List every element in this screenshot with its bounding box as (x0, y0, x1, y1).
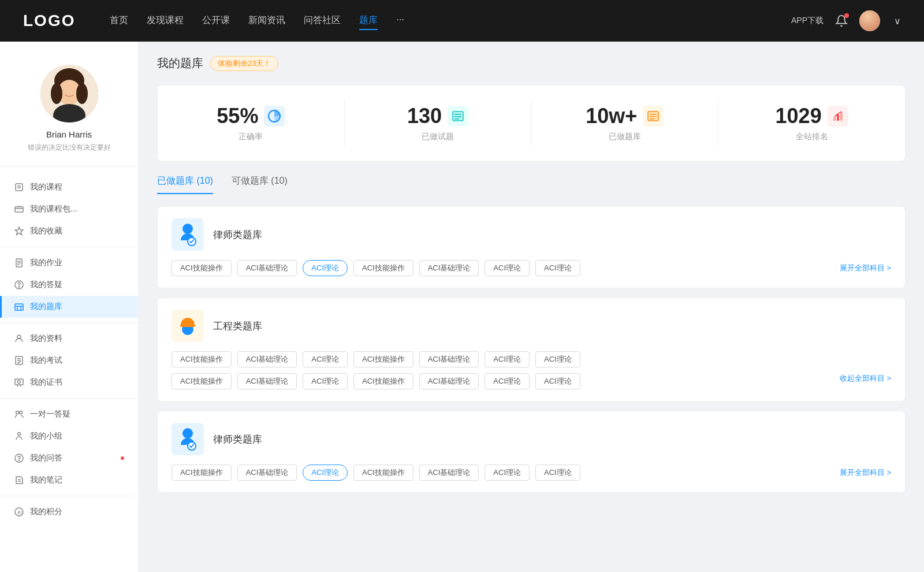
user-avatar[interactable] (859, 10, 880, 31)
tag-2-7[interactable]: ACI理论 (535, 351, 580, 367)
tag-1-5[interactable]: ACI基础理论 (419, 260, 479, 276)
nav-qa-community[interactable]: 问答社区 (304, 12, 341, 30)
svg-rect-9 (15, 207, 23, 212)
star-icon (14, 226, 24, 236)
tag-3-3[interactable]: ACI理论 (303, 465, 348, 481)
tag-1-7[interactable]: ACI理论 (535, 260, 580, 276)
tag-2-2[interactable]: ACI基础理论 (237, 351, 297, 367)
svg-marker-10 (15, 227, 23, 235)
sidebar-item-my-courses[interactable]: 我的课程 (0, 176, 138, 198)
nav-more[interactable]: ··· (396, 12, 404, 30)
sidebar-item-exams[interactable]: 我的考试 (0, 350, 138, 372)
menu-divider-4 (0, 496, 138, 496)
logo: LOGO (23, 12, 75, 30)
sidebar-item-one-on-one[interactable]: 一对一答疑 (0, 403, 138, 425)
accuracy-icon (264, 106, 285, 127)
tab-done-banks[interactable]: 已做题库 (10) (157, 175, 213, 194)
tag-1-1[interactable]: ACI技能操作 (172, 260, 232, 276)
svg-rect-48 (837, 114, 839, 121)
lawyer-bank-icon-2 (172, 423, 204, 455)
sidebar-item-homework[interactable]: 我的作业 (0, 252, 138, 274)
svg-rect-25 (15, 379, 23, 385)
nav-home[interactable]: 首页 (110, 12, 128, 30)
svg-rect-47 (833, 117, 836, 121)
tag-1-3[interactable]: ACI理论 (303, 260, 348, 276)
tag-3-4[interactable]: ACI技能操作 (353, 465, 413, 481)
group-icon (14, 431, 24, 441)
tag-3-6[interactable]: ACI理论 (485, 465, 530, 481)
profile-motto: 错误的决定比没有决定要好 (28, 143, 111, 153)
trial-badge: 体验剩余23天！ (210, 56, 278, 71)
sidebar-item-my-qa[interactable]: 我的答疑 (0, 274, 138, 296)
sidebar-label-my-questions: 我的问答 (30, 453, 62, 463)
expand-link-1[interactable]: 展开全部科目 > (840, 263, 891, 273)
sidebar-item-course-packages[interactable]: 我的课程包... (0, 198, 138, 220)
tag-2-9[interactable]: ACI基础理论 (237, 373, 297, 389)
sidebar-item-certificates[interactable]: 我的证书 (0, 372, 138, 393)
header-right: APP下载 ∨ (791, 10, 901, 31)
user-dropdown-arrow[interactable]: ∨ (894, 16, 901, 27)
tag-2-1[interactable]: ACI技能操作 (172, 351, 232, 367)
bank-card-lawyer-1: 律师类题库 ACI技能操作 ACI基础理论 ACI理论 ACI技能操作 ACI基… (157, 206, 906, 288)
bank-icon (14, 302, 24, 312)
stat-done-questions-top: 130 (407, 104, 468, 128)
tag-2-6[interactable]: ACI理论 (485, 351, 530, 367)
sidebar-label-my-courses: 我的课程 (30, 182, 62, 192)
nav-news[interactable]: 新闻资讯 (248, 12, 285, 30)
stat-accuracy-value: 55% (217, 104, 258, 128)
notification-bell[interactable] (835, 14, 848, 27)
sidebar-label-profile-info: 我的资料 (30, 333, 62, 344)
sidebar-item-group[interactable]: 我的小组 (0, 425, 138, 447)
svg-point-29 (16, 411, 19, 414)
tag-2-10[interactable]: ACI理论 (303, 373, 348, 389)
app-download-link[interactable]: APP下载 (791, 16, 824, 26)
tag-2-12[interactable]: ACI基础理论 (419, 373, 479, 389)
question-circle-icon (14, 280, 24, 290)
stat-accuracy: 55% 正确率 (158, 99, 345, 147)
chart-svg (832, 110, 844, 122)
nav-question-bank[interactable]: 题库 (359, 12, 378, 30)
svg-line-27 (17, 385, 18, 387)
sidebar-item-favorites[interactable]: 我的收藏 (0, 220, 138, 242)
tag-2-4[interactable]: ACI技能操作 (353, 351, 413, 367)
sidebar-label-points: 我的积分 (30, 507, 62, 517)
bank-card-engineer: 工程类题库 ACI技能操作 ACI基础理论 ACI理论 ACI技能操作 ACI基… (157, 298, 906, 402)
svg-rect-53 (180, 324, 195, 327)
tag-2-13[interactable]: ACI理论 (485, 373, 530, 389)
task-icon (643, 106, 664, 127)
tag-1-6[interactable]: ACI理论 (485, 260, 530, 276)
collapse-link-2[interactable]: 收起全部科目 > (840, 373, 891, 389)
tag-2-8[interactable]: ACI技能操作 (172, 373, 232, 389)
tag-1-4[interactable]: ACI技能操作 (353, 260, 413, 276)
expand-link-3[interactable]: 展开全部科目 > (840, 467, 891, 478)
sidebar-item-notes[interactable]: 我的笔记 (0, 469, 138, 491)
nav-open-course[interactable]: 公开课 (202, 12, 230, 30)
tag-3-1[interactable]: ACI技能操作 (172, 465, 232, 481)
notification-dot-qa (121, 456, 124, 460)
tag-3-5[interactable]: ACI基础理论 (419, 465, 479, 481)
sidebar-item-question-bank[interactable]: 我的题库 (0, 296, 138, 318)
bank-card-header-1: 律师类题库 (172, 218, 891, 251)
tag-2-14[interactable]: ACI理论 (535, 373, 580, 389)
tag-1-2[interactable]: ACI基础理论 (237, 260, 297, 276)
tag-3-2[interactable]: ACI基础理论 (237, 465, 297, 481)
sidebar: Brian Harris 错误的决定比没有决定要好 我的课程 (0, 42, 139, 572)
tab-available-banks[interactable]: 可做题库 (10) (232, 175, 288, 194)
sidebar-label-course-packages: 我的课程包... (30, 204, 77, 214)
stat-rank-value: 1029 (776, 104, 822, 128)
bank-tags-row-2b: ACI技能操作 ACI基础理论 ACI理论 ACI技能操作 ACI基础理论 AC… (172, 373, 891, 389)
stat-accuracy-top: 55% (217, 104, 285, 128)
tag-2-3[interactable]: ACI理论 (303, 351, 348, 367)
tag-3-7[interactable]: ACI理论 (535, 465, 580, 481)
tag-2-11[interactable]: ACI技能操作 (353, 373, 413, 389)
bank-tags-row-2a: ACI技能操作 ACI基础理论 ACI理论 ACI技能操作 ACI基础理论 AC… (172, 351, 891, 367)
sidebar-item-my-questions[interactable]: 我的问答 (0, 447, 138, 469)
lawyer-svg-2 (176, 426, 199, 452)
nav-discover[interactable]: 发现课程 (147, 12, 184, 30)
sidebar-item-profile-info[interactable]: 我的资料 (0, 328, 138, 350)
question-bank-tabs: 已做题库 (10) 可做题库 (10) (157, 175, 906, 195)
sidebar-item-points[interactable]: 积 我的积分 (0, 501, 138, 523)
stats-row: 55% 正确率 130 (157, 85, 906, 161)
tag-2-5[interactable]: ACI基础理论 (419, 351, 479, 367)
stat-done-banks-top: 10w+ (586, 104, 664, 128)
